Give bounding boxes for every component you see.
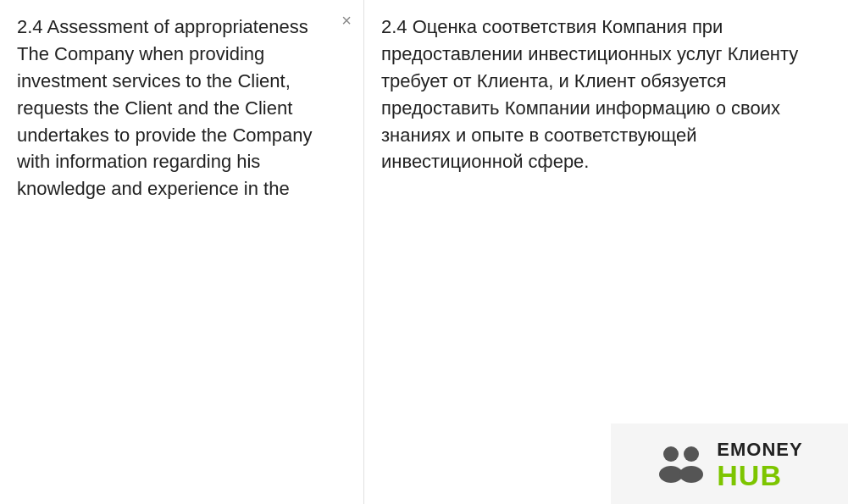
- svg-point-1: [659, 466, 683, 483]
- logo-hub-label: HUB: [717, 461, 782, 490]
- svg-point-0: [663, 446, 679, 462]
- people-icon: [656, 439, 707, 490]
- logo-area: EMONEY HUB: [611, 424, 848, 504]
- svg-point-3: [679, 466, 703, 483]
- logo-emoney-label: EMONEY: [717, 439, 802, 461]
- svg-point-2: [684, 446, 699, 462]
- left-panel-text: 2.4 Assessment of appropriateness The Co…: [17, 14, 346, 202]
- main-container: × 2.4 Assessment of appropriateness The …: [0, 0, 848, 504]
- right-panel-text: 2.4 Оценка соответствия Компания при пре…: [381, 14, 831, 175]
- left-panel: × 2.4 Assessment of appropriateness The …: [0, 0, 364, 504]
- logo-text-container: EMONEY HUB: [717, 439, 802, 490]
- close-button[interactable]: ×: [341, 12, 352, 29]
